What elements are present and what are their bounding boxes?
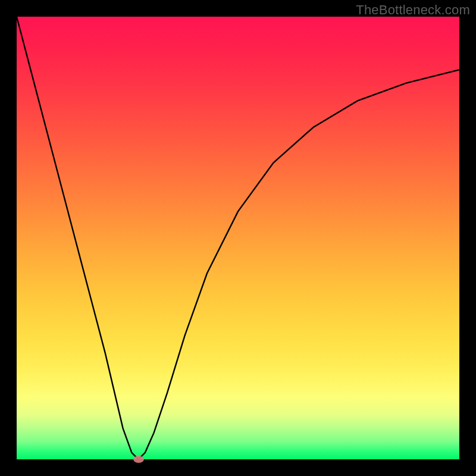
bottleneck-curve xyxy=(17,17,459,459)
minimum-marker xyxy=(133,456,144,463)
watermark-text: TheBottleneck.com xyxy=(356,2,470,18)
curve-svg xyxy=(17,17,459,459)
plot-area xyxy=(17,17,459,459)
